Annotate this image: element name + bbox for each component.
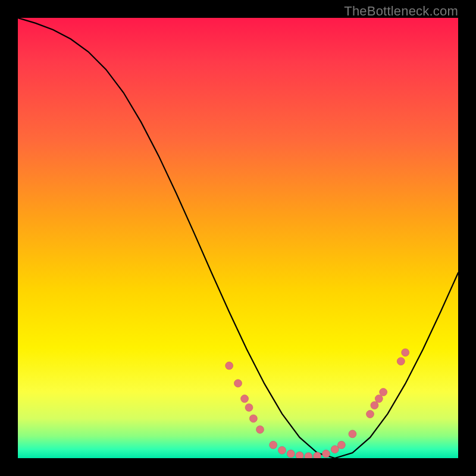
data-point (296, 452, 303, 458)
data-point (314, 452, 321, 458)
data-point (380, 389, 387, 396)
data-point (256, 425, 264, 433)
data-point (249, 415, 257, 422)
data-point (226, 362, 233, 369)
chart-frame: TheBottleneck.com (0, 0, 476, 476)
data-point (245, 403, 253, 411)
data-point (397, 358, 405, 365)
data-points (226, 349, 409, 458)
data-point (349, 430, 356, 438)
data-point (402, 349, 409, 356)
chart-svg (18, 18, 458, 458)
data-point (278, 446, 286, 454)
data-point (375, 395, 383, 403)
data-point (270, 441, 277, 449)
plot-area (18, 18, 458, 458)
data-point (371, 402, 378, 409)
data-point (367, 411, 374, 418)
data-point (241, 395, 249, 403)
data-point (331, 446, 339, 453)
bottleneck-curve (18, 18, 458, 458)
watermark-text: TheBottleneck.com (344, 4, 458, 19)
data-point (337, 441, 345, 449)
data-point (305, 453, 312, 459)
data-point (234, 380, 242, 387)
data-point (322, 450, 330, 458)
data-point (287, 450, 295, 458)
